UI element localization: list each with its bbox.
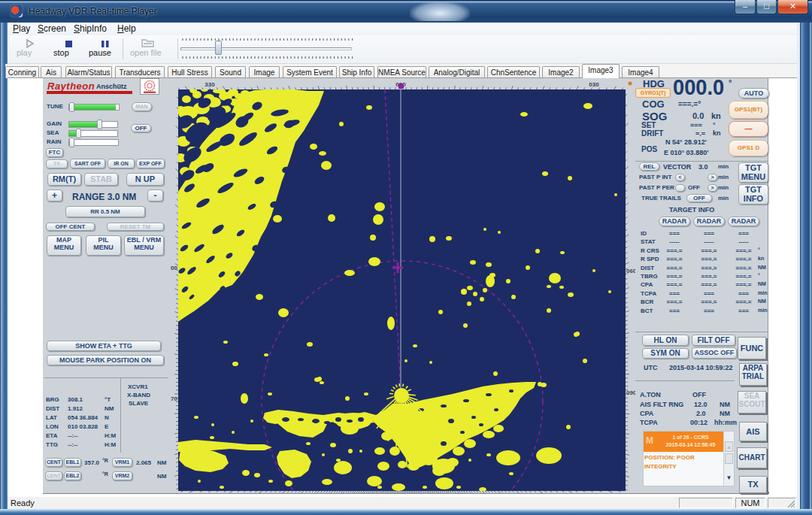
svg-text:330: 330	[205, 81, 215, 88]
svg-text:300: 300	[171, 265, 178, 271]
svg-text:270: 270	[171, 395, 178, 402]
svg-text:060: 060	[626, 268, 635, 274]
svg-text:030: 030	[589, 81, 599, 88]
svg-text:090: 090	[626, 389, 635, 396]
